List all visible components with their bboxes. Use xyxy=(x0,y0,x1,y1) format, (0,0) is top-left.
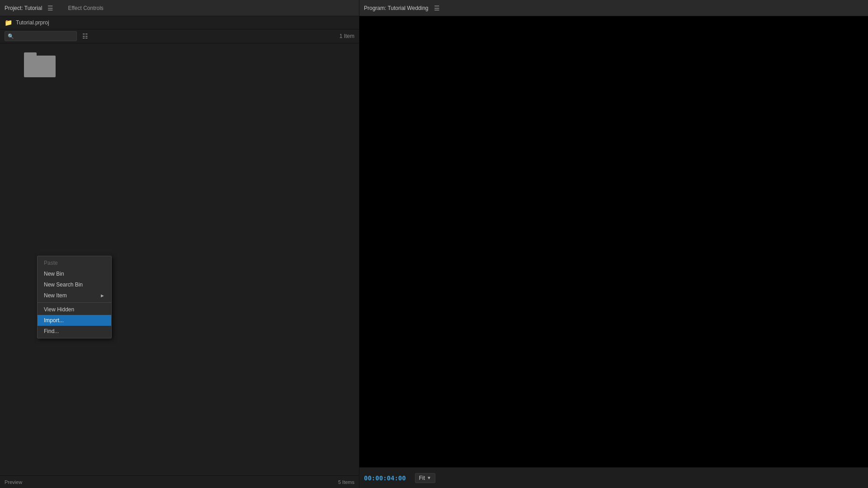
app-container: Project: Tutorial ☰ Effect Controls 📁 Tu… xyxy=(0,0,868,488)
menu-item-new-item-label: New Item xyxy=(44,292,67,299)
menu-item-import[interactable]: Import... xyxy=(38,315,111,326)
item-count: 1 Item xyxy=(340,33,354,39)
footer-item-count: 5 Items xyxy=(338,479,354,485)
chevron-down-icon: ▼ xyxy=(427,475,431,480)
preview-label: Preview xyxy=(5,479,22,485)
bin-folder-item[interactable] xyxy=(5,48,75,111)
panel-menu-icon[interactable]: ☰ xyxy=(47,5,53,12)
menu-item-find[interactable]: Find... xyxy=(38,326,111,337)
menu-item-import-label: Import... xyxy=(44,317,64,324)
toolbar-bar: 🔍 ☷ 1 Item xyxy=(0,29,359,43)
folder-body xyxy=(24,56,56,77)
menu-item-view-hidden-label: View Hidden xyxy=(44,306,74,313)
search-input[interactable] xyxy=(16,33,74,39)
program-menu-icon[interactable]: ☰ xyxy=(434,5,440,12)
submenu-arrow-icon: ► xyxy=(100,293,105,298)
fit-label: Fit xyxy=(419,475,425,481)
preview-footer: Preview 5 Items xyxy=(0,475,359,488)
search-icon: 🔍 xyxy=(8,33,14,39)
menu-item-find-label: Find... xyxy=(44,328,59,334)
folder-icon-large xyxy=(24,52,56,77)
program-panel-title: Program: Tutorial Wedding xyxy=(364,5,429,11)
right-panel: Program: Tutorial Wedding ☰ 00:00:04:00 … xyxy=(359,0,868,488)
menu-item-new-item[interactable]: New Item ► xyxy=(38,290,111,301)
breadcrumb-text: Tutorial.prproj xyxy=(16,19,49,26)
program-timecode: 00:00:04:00 xyxy=(364,474,406,482)
program-video-area xyxy=(359,16,868,467)
list-view-icon[interactable]: ☷ xyxy=(80,32,90,41)
breadcrumb-folder-icon: 📁 xyxy=(5,19,12,26)
program-controls: 00:00:04:00 Fit ▼ xyxy=(359,467,868,488)
effect-controls-tab[interactable]: Effect Controls xyxy=(68,5,103,11)
search-box[interactable]: 🔍 xyxy=(5,31,77,41)
menu-item-new-bin-label: New Bin xyxy=(44,271,64,277)
breadcrumb-bar: 📁 Tutorial.prproj xyxy=(0,16,359,29)
fit-dropdown[interactable]: Fit ▼ xyxy=(415,473,435,483)
project-content-area[interactable]: Paste New Bin New Search Bin New Item ► … xyxy=(0,43,359,475)
project-panel-title: Project: Tutorial xyxy=(5,5,42,11)
menu-item-new-search-bin-label: New Search Bin xyxy=(44,282,83,288)
menu-item-new-bin[interactable]: New Bin xyxy=(38,268,111,279)
context-menu: Paste New Bin New Search Bin New Item ► … xyxy=(37,256,112,338)
menu-separator-1 xyxy=(38,302,111,303)
menu-item-paste[interactable]: Paste xyxy=(38,258,111,268)
menu-item-view-hidden[interactable]: View Hidden xyxy=(38,304,111,315)
main-area: Project: Tutorial ☰ Effect Controls 📁 Tu… xyxy=(0,0,868,488)
menu-item-paste-label: Paste xyxy=(44,260,58,266)
left-panel: Project: Tutorial ☰ Effect Controls 📁 Tu… xyxy=(0,0,359,488)
program-header: Program: Tutorial Wedding ☰ xyxy=(359,0,868,16)
menu-item-new-search-bin[interactable]: New Search Bin xyxy=(38,279,111,290)
panel-header: Project: Tutorial ☰ Effect Controls xyxy=(0,0,359,16)
